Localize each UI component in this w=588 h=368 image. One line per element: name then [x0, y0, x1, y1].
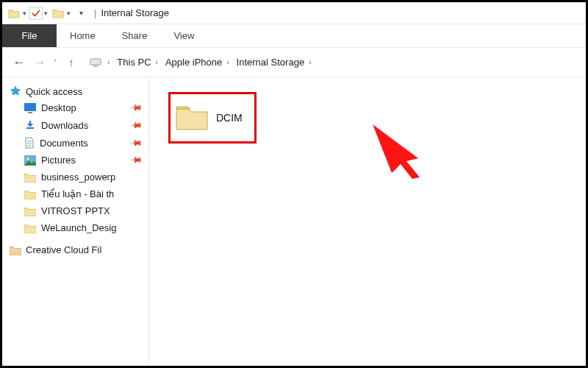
forward-button[interactable]: → — [32, 54, 48, 71]
chevron-right-icon[interactable]: › — [107, 58, 110, 66]
folder-icon — [24, 172, 36, 183]
downloads-icon — [24, 119, 36, 131]
breadcrumb-root[interactable]: › — [87, 56, 112, 69]
svg-rect-0 — [90, 59, 101, 65]
breadcrumb[interactable]: › This PC › Apple iPhone › Internal Stor… — [84, 53, 580, 72]
chevron-right-icon[interactable]: › — [309, 58, 311, 66]
sidebar-item-documents[interactable]: Documents 📌 — [8, 134, 148, 152]
folder-icon — [24, 206, 36, 216]
quick-access-label: Quick access — [26, 86, 82, 97]
svg-point-6 — [26, 158, 29, 160]
svg-rect-3 — [28, 112, 32, 113]
dropdown-icon[interactable]: ▾ — [23, 10, 28, 17]
sidebar-item-folder[interactable]: WeLaunch_Desig — [8, 219, 148, 236]
folder-label: DCIM — [216, 112, 243, 124]
sidebar-item-label: Desktop — [41, 102, 76, 113]
sidebar-item-label: business_powerp — [41, 171, 115, 183]
breadcrumb-label: Internal Storage — [237, 57, 305, 68]
title-bar: ▾ ▾ ▾ ▾ | Internal Storage — [2, 2, 586, 24]
sidebar-item-downloads[interactable]: Downloads 📌 — [8, 116, 148, 134]
address-bar: ← → ˅ ↑ › This PC › Apple iPhone › Inter… — [2, 48, 586, 77]
window-title: Internal Storage — [101, 7, 169, 18]
body: Quick access Desktop 📌 Downloads 📌 — [2, 77, 586, 366]
breadcrumb-label: This PC — [117, 57, 151, 68]
properties-checkmark-icon[interactable] — [29, 7, 43, 20]
navigation-pane: Quick access Desktop 📌 Downloads 📌 — [2, 77, 149, 366]
sidebar-item-creative-cloud[interactable]: Creative Cloud Fil — [8, 242, 148, 258]
pc-icon — [90, 57, 103, 68]
sidebar-item-folder[interactable]: Tiểu luận - Bài th — [8, 185, 148, 202]
file-tab[interactable]: File — [2, 24, 57, 47]
sidebar-item-desktop[interactable]: Desktop 📌 — [8, 99, 148, 116]
sidebar-item-folder[interactable]: business_powerp — [8, 169, 148, 185]
up-button[interactable]: ↑ — [63, 54, 79, 71]
star-icon — [10, 85, 21, 97]
sidebar-item-label: WeLaunch_Desig — [41, 222, 116, 233]
pin-icon: 📌 — [129, 135, 143, 149]
annotation-arrow-icon — [367, 118, 455, 179]
sidebar-item-pictures[interactable]: Pictures 📌 — [8, 152, 148, 169]
folder-icon — [175, 103, 209, 132]
pin-icon: 📌 — [129, 118, 143, 132]
title-separator: | — [94, 7, 96, 18]
folder-icon — [24, 223, 36, 233]
sidebar-item-label: Pictures — [41, 155, 76, 166]
cc-folder-icon — [10, 245, 21, 255]
svg-rect-2 — [24, 103, 36, 111]
documents-icon — [24, 137, 35, 149]
dropdown-icon[interactable]: ▾ — [44, 10, 49, 17]
sidebar-item-folder[interactable]: VITROST PPTX — [8, 202, 148, 219]
sidebar-item-label: Creative Cloud Fil — [26, 244, 101, 255]
breadcrumb-this-pc[interactable]: This PC › — [114, 55, 161, 69]
sidebar-item-label: Downloads — [41, 120, 88, 131]
content-pane[interactable]: DCIM — [149, 77, 586, 366]
svg-rect-1 — [93, 66, 98, 67]
folder-item-dcim[interactable]: DCIM — [168, 92, 257, 144]
dropdown-icon[interactable]: ▾ — [67, 10, 72, 17]
tab-home[interactable]: Home — [57, 24, 109, 47]
recent-locations-dropdown[interactable]: ˅ — [52, 59, 59, 66]
pin-icon: 📌 — [129, 101, 143, 115]
breadcrumb-device[interactable]: Apple iPhone › — [162, 55, 232, 69]
quick-access-toolbar: ▾ ▾ ▾ ▾ — [2, 6, 93, 21]
chevron-right-icon[interactable]: › — [226, 58, 229, 66]
qat-folder-icon[interactable] — [7, 6, 21, 21]
sidebar-item-label: Tiểu luận - Bài th — [41, 188, 114, 199]
desktop-icon — [24, 103, 36, 113]
sidebar-item-label: VITROST PPTX — [41, 205, 110, 216]
svg-rect-4 — [26, 127, 34, 129]
pin-icon: 📌 — [129, 153, 143, 167]
qat-overflow-icon[interactable]: ▾ — [74, 6, 88, 21]
sidebar-item-label: Documents — [40, 138, 88, 149]
breadcrumb-current[interactable]: Internal Storage › — [234, 55, 315, 69]
back-button[interactable]: ← — [11, 54, 27, 71]
qat-folder-icon[interactable] — [51, 6, 65, 21]
tab-share[interactable]: Share — [109, 24, 161, 47]
window-frame: ▾ ▾ ▾ ▾ | Internal Storage File Home Sha… — [0, 0, 588, 368]
chevron-right-icon[interactable]: › — [156, 58, 158, 66]
tab-view[interactable]: View — [160, 24, 207, 47]
pictures-icon — [24, 155, 36, 166]
ribbon: File Home Share View — [2, 24, 586, 48]
folder-icon — [24, 189, 36, 199]
quick-access-header[interactable]: Quick access — [8, 83, 148, 99]
breadcrumb-label: Apple iPhone — [165, 57, 222, 68]
